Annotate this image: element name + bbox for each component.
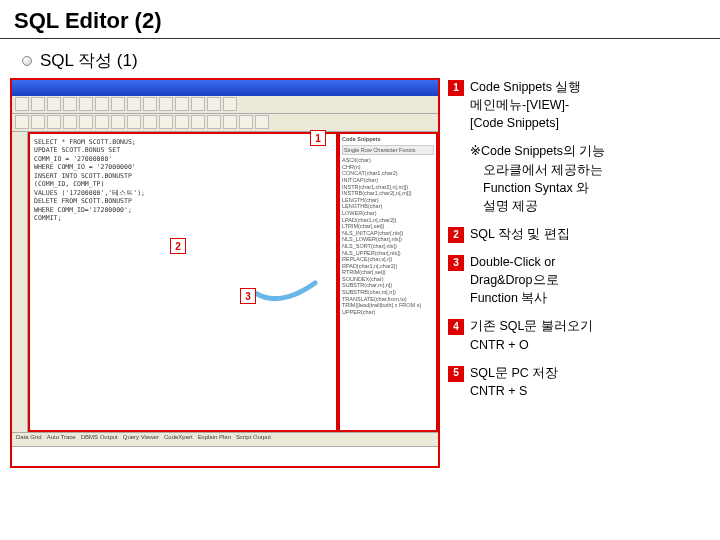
callout-3: 3 bbox=[240, 288, 256, 304]
num-2: 2 bbox=[448, 227, 464, 243]
snippet-item[interactable]: NLS_INITCAP(char[,nls]) bbox=[342, 230, 434, 237]
app-window: SELECT * FROM SCOTT.BONUS;UPDATE SCOTT.B… bbox=[10, 78, 440, 468]
tab[interactable]: Explain Plan bbox=[198, 434, 231, 445]
tab[interactable]: Query Viewer bbox=[123, 434, 159, 445]
snippet-item[interactable]: LENGTH(char) bbox=[342, 197, 434, 204]
code-line: WHERE COMM_IO = '27000000' bbox=[34, 163, 332, 171]
snippets-category[interactable]: Single Row Character Functs bbox=[342, 145, 434, 156]
data-grid[interactable] bbox=[12, 446, 438, 468]
num-4: 4 bbox=[448, 319, 464, 335]
num-3: 3 bbox=[448, 255, 464, 271]
code-line: COMMIT; bbox=[34, 214, 332, 222]
desc-1: Code Snippets 실행 메인메뉴-[VIEW]- [Code Snip… bbox=[470, 78, 710, 132]
toolbar-2 bbox=[12, 114, 438, 132]
callout-1: 1 bbox=[310, 130, 326, 146]
snippet-list[interactable]: ASCII(char)CHR(n)CONCAT(char1,char2)INIT… bbox=[342, 157, 434, 315]
snippet-item[interactable]: REPLACE(char,s[,r]) bbox=[342, 256, 434, 263]
snippet-item[interactable]: SOUNDEX(char) bbox=[342, 276, 434, 283]
snippet-item[interactable]: LPAD(char1,n[,char2]) bbox=[342, 217, 434, 224]
snippet-item[interactable]: INSTR(char1,char2[,n[,m]]) bbox=[342, 184, 434, 191]
tab[interactable]: Data Grid bbox=[16, 434, 42, 445]
bullet-icon bbox=[22, 56, 32, 66]
snippet-item[interactable]: INSTRB(char1,char2[,n[,m]]) bbox=[342, 190, 434, 197]
code-line: WHERE COMM_ID='17200000'; bbox=[34, 206, 332, 214]
snippet-item[interactable]: CONCAT(char1,char2) bbox=[342, 170, 434, 177]
page-title: SQL Editor (2) bbox=[0, 0, 720, 39]
num-1: 1 bbox=[448, 80, 464, 96]
snippet-item[interactable]: RTRIM(char[,set]) bbox=[342, 269, 434, 276]
code-line: VALUES ('17200000','테스트'); bbox=[34, 189, 332, 197]
snippet-item[interactable]: NLS_UPPER(char[,nls]) bbox=[342, 250, 434, 257]
tab[interactable]: DBMS Output bbox=[81, 434, 118, 445]
desc-2: SQL 작성 및 편집 bbox=[470, 225, 710, 243]
sql-editor[interactable]: SELECT * FROM SCOTT.BONUS;UPDATE SCOTT.B… bbox=[28, 132, 338, 432]
window-titlebar bbox=[12, 80, 438, 96]
tab[interactable]: Auto Trace bbox=[47, 434, 76, 445]
snippet-item[interactable]: ASCII(char) bbox=[342, 157, 434, 164]
snippet-item[interactable]: RPAD(char1,n[,char2]) bbox=[342, 263, 434, 270]
num-5: 5 bbox=[448, 366, 464, 382]
snippet-item[interactable]: SUBSTR(char,m[,n]) bbox=[342, 282, 434, 289]
snippet-item[interactable]: NLS_SORT(char[,nls]) bbox=[342, 243, 434, 250]
desc-4: 기존 SQL문 불러오기 CNTR + O bbox=[470, 317, 710, 353]
snippet-item[interactable]: UPPER(char) bbox=[342, 309, 434, 316]
code-line: UPDATE SCOTT.BONUS SET bbox=[34, 146, 332, 154]
bottom-tabs[interactable]: Data GridAuto TraceDBMS OutputQuery View… bbox=[12, 432, 438, 446]
snippet-item[interactable]: LOWER(char) bbox=[342, 210, 434, 217]
code-line: INSERT INTO SCOTT.BONUSTP bbox=[34, 172, 332, 180]
snippet-item[interactable]: INITCAP(char) bbox=[342, 177, 434, 184]
snippet-item[interactable]: TRIM([lead|trail|both] c FROM s) bbox=[342, 302, 434, 309]
snippet-item[interactable]: LTRIM(char[,set]) bbox=[342, 223, 434, 230]
desc-5: SQL문 PC 저장 CNTR + S bbox=[470, 364, 710, 400]
snippets-title: Code Snippets bbox=[342, 136, 434, 143]
code-line: COMM_IO = '27000000' bbox=[34, 155, 332, 163]
snippet-item[interactable]: TRANSLATE(char,from,to) bbox=[342, 296, 434, 303]
section-heading: SQL 작성 (1) bbox=[0, 39, 720, 78]
code-line: (COMM_ID, COMM_TP) bbox=[34, 180, 332, 188]
desc-3: Double-Click or Drag&Drop으로 Function 복사 bbox=[470, 253, 710, 307]
snippet-item[interactable]: LENGTHB(char) bbox=[342, 203, 434, 210]
code-line: SELECT * FROM SCOTT.BONUS; bbox=[34, 138, 332, 146]
code-snippets-panel[interactable]: Code Snippets Single Row Character Funct… bbox=[338, 132, 438, 432]
snippet-item[interactable]: NLS_LOWER(char[,nls]) bbox=[342, 236, 434, 243]
screenshot-panel: SELECT * FROM SCOTT.BONUS;UPDATE SCOTT.B… bbox=[10, 78, 440, 468]
section-title-text: SQL 작성 (1) bbox=[40, 49, 138, 72]
left-gutter bbox=[12, 132, 28, 432]
code-line: DELETE FROM SCOTT.BONUSTP bbox=[34, 197, 332, 205]
tab[interactable]: Script Output bbox=[236, 434, 271, 445]
tab[interactable]: CodeXpert bbox=[164, 434, 193, 445]
explanation-list: 1Code Snippets 실행 메인메뉴-[VIEW]- [Code Sni… bbox=[440, 78, 710, 468]
callout-2: 2 bbox=[170, 238, 186, 254]
toolbar-1 bbox=[12, 96, 438, 114]
note: ※Code Snippets의 기능 오라클에서 제공하는 Function S… bbox=[470, 142, 710, 215]
snippet-item[interactable]: CHR(n) bbox=[342, 164, 434, 171]
snippet-item[interactable]: SUBSTRB(char,m[,n]) bbox=[342, 289, 434, 296]
